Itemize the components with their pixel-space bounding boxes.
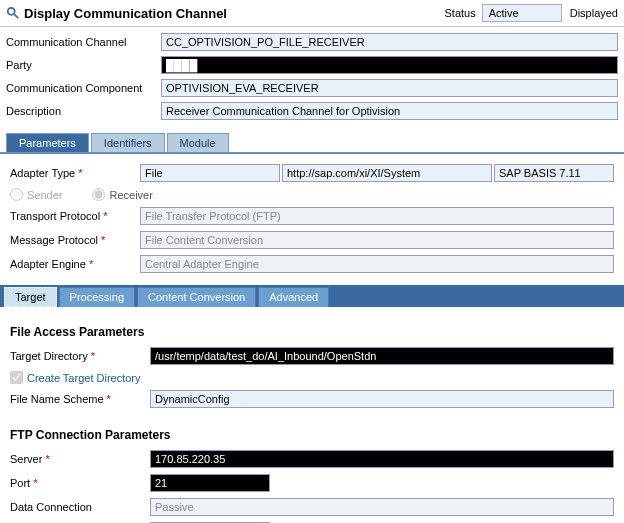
status-label: Status — [445, 7, 476, 19]
sub-tabs: Target Processing Content Conversion Adv… — [0, 285, 624, 307]
comm-channel-field[interactable]: CC_OPTIVISION_PO_FILE_RECEIVER — [161, 33, 618, 51]
subtab-target[interactable]: Target — [4, 287, 57, 307]
comm-channel-label: Communication Channel — [6, 36, 161, 48]
transport-protocol-label: Transport Protocol * — [10, 210, 140, 222]
file-name-scheme-field[interactable]: DynamicConfig — [150, 390, 614, 408]
adapter-version-field[interactable]: SAP BASIS 7.11 — [494, 164, 614, 182]
file-access-section-title: File Access Parameters — [10, 325, 614, 339]
tab-parameters[interactable]: Parameters — [6, 133, 89, 152]
file-name-scheme-label: File Name Scheme * — [10, 393, 150, 405]
transport-protocol-field[interactable]: File Transfer Protocol (FTP) — [140, 207, 614, 225]
target-directory-label: Target Directory * — [10, 350, 150, 362]
status-value: Active — [482, 4, 562, 22]
message-protocol-field[interactable]: File Content Conversion — [140, 231, 614, 249]
description-label: Description — [6, 105, 161, 117]
adapter-type-label: Adapter Type * — [10, 167, 140, 179]
tab-identifiers[interactable]: Identifiers — [91, 133, 165, 152]
comm-component-label: Communication Component — [6, 82, 161, 94]
sender-radio[interactable]: Sender — [10, 188, 62, 201]
subtab-processing[interactable]: Processing — [59, 287, 135, 307]
comm-component-field[interactable]: OPTIVISION_EVA_RECEIVER — [161, 79, 618, 97]
sender-radio-input — [10, 188, 23, 201]
receiver-radio-input — [92, 188, 105, 201]
subtab-content-conversion[interactable]: Content Conversion — [137, 287, 256, 307]
create-target-dir-checkbox[interactable] — [10, 371, 23, 384]
server-label: Server * — [10, 453, 150, 465]
port-field[interactable]: 21 — [150, 474, 270, 492]
create-target-dir-label: Create Target Directory — [27, 372, 141, 384]
adapter-engine-field[interactable]: Central Adapter Engine — [140, 255, 614, 273]
main-tabs: Parameters Identifiers Module — [0, 133, 624, 154]
adapter-namespace-field[interactable]: http://sap.com/xi/XI/System — [282, 164, 492, 182]
data-connection-field[interactable]: Passive — [150, 498, 614, 516]
receiver-radio[interactable]: Receiver — [92, 188, 152, 201]
subtab-advanced[interactable]: Advanced — [258, 287, 329, 307]
server-field[interactable]: 170.85.220.35 — [150, 450, 614, 468]
displayed-label: Displayed — [570, 7, 618, 19]
party-field[interactable]: ████ — [161, 56, 618, 74]
svg-point-0 — [8, 8, 15, 15]
port-label: Port * — [10, 477, 150, 489]
tab-module[interactable]: Module — [167, 133, 229, 152]
magnifier-icon — [6, 6, 20, 20]
party-label: Party — [6, 59, 161, 71]
page-title: Display Communication Channel — [24, 6, 445, 21]
adapter-engine-label: Adapter Engine * — [10, 258, 140, 270]
description-field[interactable]: Receiver Communication Channel for Optiv… — [161, 102, 618, 120]
ftp-section-title: FTP Connection Parameters — [10, 428, 614, 442]
adapter-type-field[interactable]: File — [140, 164, 280, 182]
svg-line-1 — [14, 14, 18, 18]
target-directory-field[interactable]: /usr/temp/data/test_do/AI_Inbound/OpenSt… — [150, 347, 614, 365]
data-connection-label: Data Connection — [10, 501, 150, 513]
message-protocol-label: Message Protocol * — [10, 234, 140, 246]
